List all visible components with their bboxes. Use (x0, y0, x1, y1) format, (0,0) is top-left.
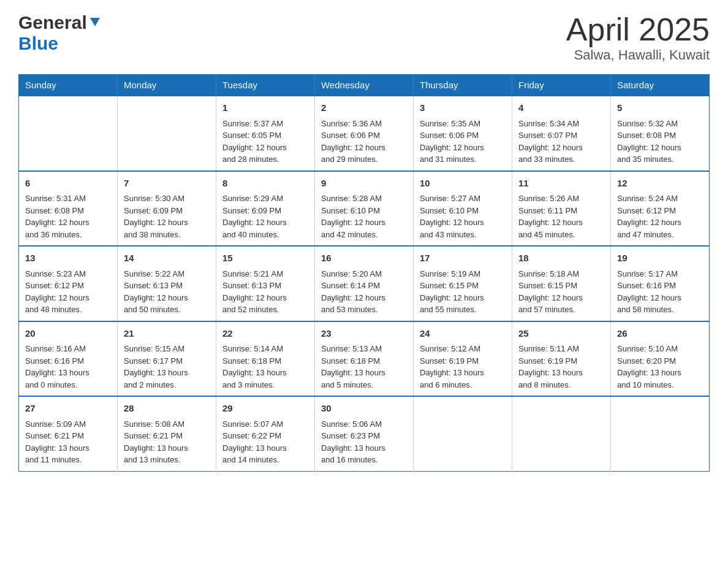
day-info: Sunrise: 5:31 AM Sunset: 6:08 PM Dayligh… (25, 193, 111, 240)
day-number: 7 (124, 177, 210, 191)
calendar-cell: 12Sunrise: 5:24 AM Sunset: 6:12 PM Dayli… (611, 171, 710, 247)
day-info: Sunrise: 5:07 AM Sunset: 6:22 PM Dayligh… (222, 418, 308, 466)
day-number: 9 (321, 177, 407, 191)
day-info: Sunrise: 5:34 AM Sunset: 6:07 PM Dayligh… (518, 118, 604, 166)
calendar-cell: 20Sunrise: 5:16 AM Sunset: 6:16 PM Dayli… (19, 321, 118, 397)
calendar-header: SundayMondayTuesdayWednesdayThursdayFrid… (19, 75, 710, 96)
day-number: 3 (420, 101, 506, 115)
calendar-cell: 5Sunrise: 5:32 AM Sunset: 6:08 PM Daylig… (611, 96, 710, 171)
calendar-cell: 3Sunrise: 5:35 AM Sunset: 6:06 PM Daylig… (414, 96, 512, 171)
calendar-cell: 6Sunrise: 5:31 AM Sunset: 6:08 PM Daylig… (19, 171, 118, 247)
day-info: Sunrise: 5:16 AM Sunset: 6:16 PM Dayligh… (25, 343, 111, 391)
calendar-cell: 21Sunrise: 5:15 AM Sunset: 6:17 PM Dayli… (118, 321, 216, 397)
day-number: 1 (222, 101, 308, 115)
day-info: Sunrise: 5:19 AM Sunset: 6:15 PM Dayligh… (420, 268, 506, 316)
day-info: Sunrise: 5:15 AM Sunset: 6:17 PM Dayligh… (124, 343, 210, 391)
day-number: 18 (518, 251, 604, 266)
logo-blue-text: Blue (18, 33, 58, 53)
day-number: 16 (321, 251, 407, 266)
calendar-cell (512, 396, 611, 471)
title-block: April 2025 Salwa, Hawalli, Kuwait (566, 12, 710, 63)
calendar-body: 1Sunrise: 5:37 AM Sunset: 6:05 PM Daylig… (19, 96, 710, 471)
weekday-header-sunday: Sunday (19, 75, 118, 96)
weekday-header-tuesday: Tuesday (216, 75, 315, 96)
day-info: Sunrise: 5:37 AM Sunset: 6:05 PM Dayligh… (222, 118, 308, 166)
calendar-cell: 8Sunrise: 5:29 AM Sunset: 6:09 PM Daylig… (216, 171, 315, 247)
day-info: Sunrise: 5:08 AM Sunset: 6:21 PM Dayligh… (124, 418, 210, 466)
day-info: Sunrise: 5:35 AM Sunset: 6:06 PM Dayligh… (420, 118, 506, 166)
day-info: Sunrise: 5:29 AM Sunset: 6:09 PM Dayligh… (222, 193, 308, 240)
calendar-week-row: 13Sunrise: 5:23 AM Sunset: 6:12 PM Dayli… (19, 246, 710, 321)
day-number: 21 (124, 327, 210, 341)
calendar-cell: 24Sunrise: 5:12 AM Sunset: 6:19 PM Dayli… (414, 321, 512, 397)
calendar-cell: 23Sunrise: 5:13 AM Sunset: 6:18 PM Dayli… (315, 321, 414, 397)
logo: General Blue (18, 12, 102, 54)
day-info: Sunrise: 5:32 AM Sunset: 6:08 PM Dayligh… (617, 118, 703, 166)
calendar-week-row: 20Sunrise: 5:16 AM Sunset: 6:16 PM Dayli… (19, 321, 710, 397)
day-info: Sunrise: 5:30 AM Sunset: 6:09 PM Dayligh… (124, 193, 210, 240)
weekday-header-friday: Friday (512, 75, 611, 96)
day-number: 15 (222, 251, 308, 266)
day-number: 25 (518, 327, 604, 341)
day-number: 23 (321, 327, 407, 341)
calendar-cell: 11Sunrise: 5:26 AM Sunset: 6:11 PM Dayli… (512, 171, 611, 247)
day-number: 10 (420, 177, 506, 191)
day-info: Sunrise: 5:20 AM Sunset: 6:14 PM Dayligh… (321, 268, 407, 316)
calendar-cell: 16Sunrise: 5:20 AM Sunset: 6:14 PM Dayli… (315, 246, 414, 321)
calendar-cell (118, 96, 216, 171)
calendar-cell: 29Sunrise: 5:07 AM Sunset: 6:22 PM Dayli… (216, 396, 315, 471)
calendar-cell (611, 396, 710, 471)
calendar-cell: 1Sunrise: 5:37 AM Sunset: 6:05 PM Daylig… (216, 96, 315, 171)
calendar-week-row: 6Sunrise: 5:31 AM Sunset: 6:08 PM Daylig… (19, 171, 710, 247)
weekday-header-saturday: Saturday (611, 75, 710, 96)
day-info: Sunrise: 5:10 AM Sunset: 6:20 PM Dayligh… (617, 343, 703, 391)
page-header: General Blue April 2025 Salwa, Hawalli, … (18, 12, 710, 63)
calendar-cell (414, 396, 512, 471)
calendar-cell: 4Sunrise: 5:34 AM Sunset: 6:07 PM Daylig… (512, 96, 611, 171)
day-number: 4 (518, 101, 604, 115)
day-info: Sunrise: 5:22 AM Sunset: 6:13 PM Dayligh… (124, 268, 210, 316)
calendar-week-row: 27Sunrise: 5:09 AM Sunset: 6:21 PM Dayli… (19, 396, 710, 471)
calendar-cell: 17Sunrise: 5:19 AM Sunset: 6:15 PM Dayli… (414, 246, 512, 321)
calendar-table: SundayMondayTuesdayWednesdayThursdayFrid… (18, 74, 710, 472)
calendar-cell: 10Sunrise: 5:27 AM Sunset: 6:10 PM Dayli… (414, 171, 512, 247)
calendar-cell: 9Sunrise: 5:28 AM Sunset: 6:10 PM Daylig… (315, 171, 414, 247)
day-number: 14 (124, 251, 210, 266)
day-number: 26 (617, 327, 703, 341)
day-number: 11 (518, 177, 604, 191)
day-number: 6 (25, 177, 111, 191)
calendar-cell: 7Sunrise: 5:30 AM Sunset: 6:09 PM Daylig… (118, 171, 216, 247)
day-number: 20 (25, 327, 111, 341)
calendar-cell: 25Sunrise: 5:11 AM Sunset: 6:19 PM Dayli… (512, 321, 611, 397)
day-number: 29 (222, 402, 308, 416)
calendar-cell: 26Sunrise: 5:10 AM Sunset: 6:20 PM Dayli… (611, 321, 710, 397)
day-info: Sunrise: 5:18 AM Sunset: 6:15 PM Dayligh… (518, 268, 604, 316)
day-info: Sunrise: 5:23 AM Sunset: 6:12 PM Dayligh… (25, 268, 111, 316)
logo-general-text: General (18, 12, 87, 33)
day-number: 5 (617, 101, 703, 115)
day-info: Sunrise: 5:09 AM Sunset: 6:21 PM Dayligh… (25, 418, 111, 466)
svg-marker-0 (90, 18, 100, 26)
day-info: Sunrise: 5:14 AM Sunset: 6:18 PM Dayligh… (222, 343, 308, 391)
day-number: 8 (222, 177, 308, 191)
calendar-cell: 15Sunrise: 5:21 AM Sunset: 6:13 PM Dayli… (216, 246, 315, 321)
day-number: 22 (222, 327, 308, 341)
calendar-cell: 19Sunrise: 5:17 AM Sunset: 6:16 PM Dayli… (611, 246, 710, 321)
day-info: Sunrise: 5:26 AM Sunset: 6:11 PM Dayligh… (518, 193, 604, 240)
calendar-cell: 14Sunrise: 5:22 AM Sunset: 6:13 PM Dayli… (118, 246, 216, 321)
page-subtitle: Salwa, Hawalli, Kuwait (566, 47, 710, 63)
day-info: Sunrise: 5:28 AM Sunset: 6:10 PM Dayligh… (321, 193, 407, 240)
page-title: April 2025 (566, 12, 710, 47)
day-info: Sunrise: 5:21 AM Sunset: 6:13 PM Dayligh… (222, 268, 308, 316)
day-info: Sunrise: 5:06 AM Sunset: 6:23 PM Dayligh… (321, 418, 407, 466)
day-info: Sunrise: 5:13 AM Sunset: 6:18 PM Dayligh… (321, 343, 407, 391)
day-info: Sunrise: 5:27 AM Sunset: 6:10 PM Dayligh… (420, 193, 506, 240)
weekday-header-monday: Monday (118, 75, 216, 96)
day-number: 2 (321, 101, 407, 115)
day-number: 27 (25, 402, 111, 416)
calendar-cell: 28Sunrise: 5:08 AM Sunset: 6:21 PM Dayli… (118, 396, 216, 471)
day-info: Sunrise: 5:17 AM Sunset: 6:16 PM Dayligh… (617, 268, 703, 316)
day-number: 24 (420, 327, 506, 341)
weekday-header-wednesday: Wednesday (315, 75, 414, 96)
logo-arrow-icon (89, 15, 101, 30)
